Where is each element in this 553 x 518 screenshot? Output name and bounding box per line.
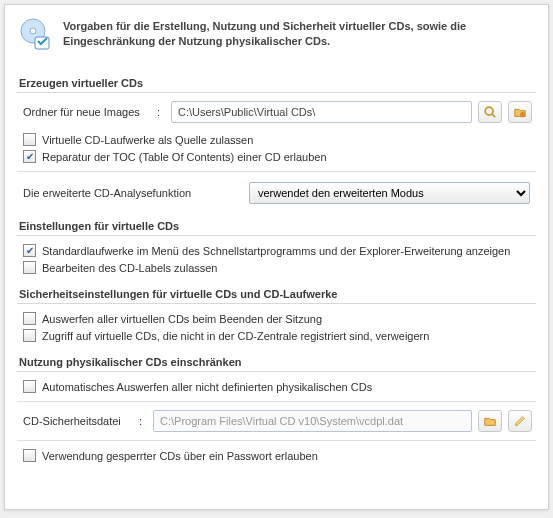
locked-pw-checkbox[interactable] [23, 449, 36, 462]
secfile-row: CD-Sicherheitsdatei : [17, 408, 536, 434]
svg-point-3 [485, 107, 493, 115]
folder-label: Ordner für neue Images [23, 106, 151, 118]
divider [17, 171, 536, 172]
section-title-vcd-settings: Einstellungen für virtuelle CDs [17, 216, 536, 236]
toc-repair-row: Reparatur der TOC (Table Of Contents) ei… [17, 148, 536, 165]
folder-row: Ordner für neue Images : [17, 99, 536, 125]
default-drives-label: Standardlaufwerke im Menü des Schnellsta… [42, 245, 510, 257]
allow-source-label: Virtuelle CD-Laufwerke als Quelle zulass… [42, 134, 253, 146]
divider [17, 401, 536, 402]
section-title-physical: Nutzung physikalischer CDs einschränken [17, 352, 536, 372]
settings-panel: Vorgaben für die Erstellung, Nutzung und… [4, 4, 549, 510]
edit-label-checkbox[interactable] [23, 261, 36, 274]
secfile-label: CD-Sicherheitsdatei [23, 415, 133, 427]
analysis-select[interactable]: verwendet den erweiterten Modus [249, 182, 530, 204]
edit-label-row: Bearbeiten des CD-Labels zulassen [17, 259, 536, 276]
folder-input[interactable] [171, 101, 472, 123]
header-text: Vorgaben für die Erstellung, Nutzung und… [63, 17, 536, 50]
analysis-row: Die erweiterte CD-Analysefunktion verwen… [17, 178, 536, 208]
eject-all-row: Auswerfen aller virtuellen CDs beim Been… [17, 310, 536, 327]
allow-source-checkbox[interactable] [23, 133, 36, 146]
section-title-security: Sicherheitseinstellungen für virtuelle C… [17, 284, 536, 304]
svg-point-5 [520, 112, 525, 117]
auto-eject-row: Automatisches Auswerfen aller nicht defi… [17, 378, 536, 395]
edit-label-label: Bearbeiten des CD-Labels zulassen [42, 262, 218, 274]
svg-line-4 [492, 114, 495, 117]
locked-pw-row: Verwendung gesperrter CDs über ein Passw… [17, 447, 536, 464]
edit-secfile-button[interactable] [508, 410, 532, 432]
default-drives-checkbox[interactable] [23, 244, 36, 257]
section-title-create: Erzeugen virtueller CDs [17, 73, 536, 93]
analysis-label: Die erweiterte CD-Analysefunktion [23, 187, 243, 199]
header: Vorgaben für die Erstellung, Nutzung und… [17, 13, 536, 65]
eject-all-label: Auswerfen aller virtuellen CDs beim Been… [42, 313, 322, 325]
deny-unreg-checkbox[interactable] [23, 329, 36, 342]
browse-folder-button[interactable] [478, 101, 502, 123]
deny-unreg-row: Zugriff auf virtuelle CDs, die nicht in … [17, 327, 536, 344]
eject-all-checkbox[interactable] [23, 312, 36, 325]
auto-eject-checkbox[interactable] [23, 380, 36, 393]
deny-unreg-label: Zugriff auf virtuelle CDs, die nicht in … [42, 330, 429, 342]
svg-point-1 [30, 28, 36, 34]
toc-repair-label: Reparatur der TOC (Table Of Contents) ei… [42, 151, 327, 163]
toc-repair-checkbox[interactable] [23, 150, 36, 163]
locked-pw-label: Verwendung gesperrter CDs über ein Passw… [42, 450, 318, 462]
header-cd-icon [17, 17, 53, 53]
divider [17, 440, 536, 441]
secfile-input[interactable] [153, 410, 472, 432]
default-drives-row: Standardlaufwerke im Menü des Schnellsta… [17, 242, 536, 259]
default-folder-button[interactable] [508, 101, 532, 123]
auto-eject-label: Automatisches Auswerfen aller nicht defi… [42, 381, 372, 393]
allow-source-row: Virtuelle CD-Laufwerke als Quelle zulass… [17, 131, 536, 148]
browse-secfile-button[interactable] [478, 410, 502, 432]
